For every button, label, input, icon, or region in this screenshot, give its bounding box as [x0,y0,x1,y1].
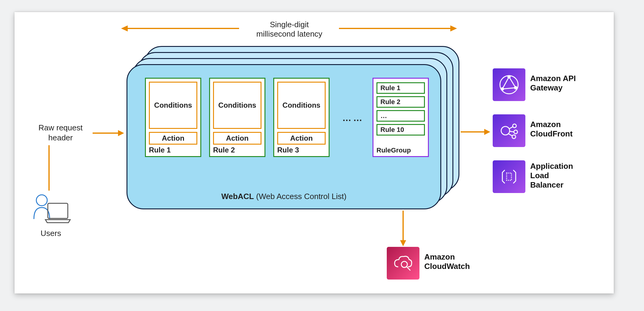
rulegroup-item-10: Rule 10 [376,124,425,136]
api-gateway-line2: Gateway [530,83,563,92]
svg-line-15 [407,267,410,270]
svg-point-6 [501,126,510,135]
cloudwatch-icon [387,247,419,280]
latency-label: Single-digit millisecond latency [244,20,335,39]
alb-icon [493,160,525,193]
alb-line1: Application [530,162,573,171]
api-gateway-icon [493,68,525,101]
raw-request-label: Raw request header [30,123,91,142]
rule-box-2: Conditions Action Rule 2 [209,78,265,157]
rule1-action: Action [149,132,197,145]
api-gateway-line1: Amazon API [530,74,576,83]
cloudwatch-label: Amazon CloudWatch [424,252,470,271]
svg-rect-1 [48,203,68,218]
raw-line1: Raw request [38,123,83,132]
cloudwatch-line1: Amazon [424,252,455,261]
rulegroup-item-ellipsis: … [376,110,425,122]
rulegroup-box: Rule 1 Rule 2 … Rule 10 RuleGroup [373,78,429,157]
latency-label-line2: millisecond latency [256,29,322,38]
top-arrow-right [339,28,451,29]
svg-point-7 [513,124,516,128]
svg-rect-13 [507,173,511,180]
user-icon [30,192,72,226]
webacl-caption-bold: WebACL [221,192,254,201]
webacl-card: Conditions Action Rule 1 Conditions Acti… [126,64,441,209]
rulegroup-item-2: Rule 2 [376,96,425,108]
svg-point-8 [514,130,518,134]
rules-ellipsis: …… [342,113,364,123]
rulegroup-label: RuleGroup [376,146,411,154]
rule1-action-label: Action [162,134,185,142]
webacl-caption: WebACL (Web Access Control List) [127,192,440,201]
cloudfront-line1: Amazon [530,120,561,129]
svg-point-0 [36,195,47,206]
rule2-action: Action [213,132,261,145]
arrow-request-to-webacl [93,133,119,134]
raw-line2: header [48,133,73,142]
alb-label: Application Load Balancer [530,162,573,190]
arrowhead-left-icon [121,25,128,31]
arrow-webacl-to-services [461,131,485,133]
cloudfront-line2: CloudFront [530,129,573,138]
rule1-label: Rule 1 [149,146,171,154]
latency-label-line1: Single-digit [270,20,309,29]
svg-line-11 [510,131,514,132]
rule2-conditions-label: Conditions [218,101,256,110]
users-label: Users [33,229,69,238]
svg-line-12 [508,134,513,136]
svg-point-14 [401,261,407,267]
rule3-label: Rule 3 [277,146,299,154]
rule1-conditions-label: Conditions [154,101,192,110]
diagram-canvas: Single-digit millisecond latency Conditi… [15,12,614,293]
webacl-caption-rest: (Web Access Control List) [254,192,347,201]
rule3-action-label: Action [290,134,313,142]
arrowhead-right-icon [450,25,457,31]
rule3-conditions: Conditions [277,82,326,129]
alb-line3: Balancer [530,180,564,189]
cloudfront-label: Amazon CloudFront [530,120,573,139]
cloudwatch-line2: CloudWatch [424,262,470,271]
rule-box-1: Conditions Action Rule 1 [145,78,201,157]
rule2-label: Rule 2 [213,146,235,154]
svg-point-9 [512,135,516,139]
arrow-webacl-to-cloudwatch [402,211,404,241]
rulegroup-item-1: Rule 1 [376,82,425,94]
rule1-conditions: Conditions [149,82,197,129]
cloudfront-icon [493,114,525,147]
line-raw-to-user [48,145,50,191]
rule2-conditions: Conditions [213,82,261,129]
rule2-action-label: Action [226,134,249,142]
rule3-conditions-label: Conditions [282,101,320,110]
rule-box-3: Conditions Action Rule 3 [273,78,330,157]
top-arrow-left [127,28,239,29]
alb-line2: Load [530,171,549,180]
api-gateway-label: Amazon API Gateway [530,74,576,93]
svg-line-10 [509,126,513,129]
rule3-action: Action [277,132,326,145]
